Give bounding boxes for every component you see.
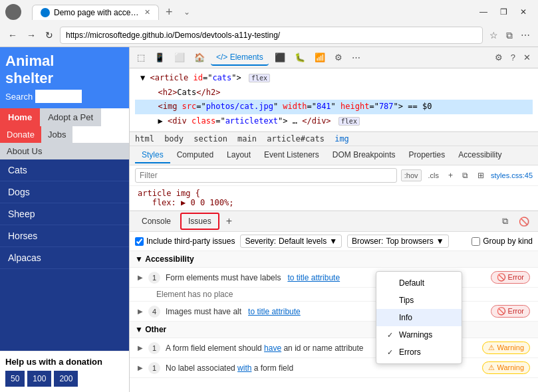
tab-elements[interactable]: </> Elements [211, 50, 269, 66]
check-tips [387, 296, 395, 304]
styles-tab-accessibility[interactable]: Accessibility [452, 147, 508, 163]
minimize-button[interactable]: — [474, 5, 493, 19]
nav-aboutus-button[interactable]: About Us [0, 143, 129, 159]
more-icon[interactable]: ⋯ [518, 29, 533, 42]
donate-amounts: 50 100 200 [5, 371, 124, 387]
collections-icon[interactable]: ⧉ [503, 29, 515, 43]
dropdown-item-warnings[interactable]: ✓ Warnings [376, 326, 462, 343]
star-icon[interactable]: ☆ [487, 29, 501, 42]
dropdown-label-default: Default [399, 278, 424, 288]
breadcrumb-article[interactable]: article#cats [267, 134, 325, 144]
forward-button[interactable]: → [24, 29, 39, 42]
close-button[interactable]: ✕ [514, 5, 533, 19]
tab-menu-icon[interactable]: ⌄ [180, 6, 194, 18]
more-tools-icon[interactable]: ⋯ [348, 51, 364, 64]
dom-line-2[interactable]: <h2>Cats</h2> [135, 86, 533, 100]
other-section-header[interactable]: ▼ Other [130, 322, 538, 338]
dom-line-3[interactable]: <img src="photos/cat.jpg" width="841" he… [135, 100, 533, 114]
clear-icon[interactable]: 🚫 [515, 215, 533, 228]
nav-donate-button[interactable]: Donate [0, 126, 41, 143]
dropdown-item-errors[interactable]: ✓ Errors [376, 343, 462, 361]
severity-dropdown[interactable]: Severity: Default levels ▼ [240, 235, 342, 248]
styles-tabs-bar: Styles Computed Layout Event Listeners D… [130, 146, 538, 165]
network-icon[interactable]: 📶 [311, 51, 329, 64]
animal-item-alpacas[interactable]: Alpacas [0, 247, 129, 269]
accessibility-section-header[interactable]: ▼ Accessibility [130, 251, 538, 268]
styles-tab-event-listeners[interactable]: Event Listeners [257, 147, 326, 163]
inspect-icon[interactable]: ⬚ [134, 51, 148, 64]
sources-icon[interactable]: 🐛 [291, 51, 309, 64]
issue-row-no-label[interactable]: ▶ 1 No label associated with a form fiel… [130, 358, 538, 378]
styles-tab-layout[interactable]: Layout [220, 147, 257, 163]
issue-row-images-alt[interactable]: ▶ 4 Images must have alt to title attrib… [130, 302, 538, 322]
settings-icon[interactable]: ⚙ [491, 51, 506, 64]
breadcrumb-html[interactable]: html [135, 134, 154, 144]
address-input[interactable] [60, 27, 483, 44]
refresh-button[interactable]: ↻ [43, 29, 56, 42]
animal-item-horses[interactable]: Horses [0, 225, 129, 247]
styles-tab-computed[interactable]: Computed [170, 147, 220, 163]
add-panel-button[interactable]: + [222, 215, 236, 227]
breadcrumb-body[interactable]: body [164, 134, 184, 144]
dropdown-item-default[interactable]: Default [376, 274, 462, 292]
hov-button[interactable]: :hov [401, 169, 422, 181]
avatar [5, 4, 21, 20]
dom-line-4[interactable]: ▶ <div class="articletext"> … </div> fle… [135, 114, 533, 129]
new-tab-button[interactable]: + [162, 4, 177, 21]
include-third-party-checkbox[interactable]: Include third-party issues [135, 237, 235, 246]
issue-count-1: 1 [148, 272, 160, 284]
home-icon[interactable]: 🏠 [191, 51, 208, 64]
breadcrumb-img[interactable]: img [335, 134, 349, 144]
styles-tab-properties[interactable]: Properties [402, 147, 452, 163]
nav-home-button[interactable]: Home [0, 108, 40, 126]
third-party-check[interactable] [135, 237, 144, 246]
active-tab[interactable]: Demo page with accessibility iss... ✕ [32, 5, 159, 20]
breadcrumb-section[interactable]: section [194, 134, 227, 144]
cls-button[interactable]: .cls [426, 170, 442, 181]
issue-row-form-elements[interactable]: ▶ 1 Form elements must have labels to ti… [130, 268, 538, 288]
styles-tab-dom-breakpoints[interactable]: DOM Breakpoints [326, 147, 402, 163]
donate-100-button[interactable]: 100 [27, 371, 51, 387]
dropdown-item-tips[interactable]: Tips [376, 292, 462, 309]
styles-link[interactable]: styles.css:45 [491, 171, 533, 179]
nav-adopt-button[interactable]: Adopt a Pet [40, 108, 101, 126]
donate-50-button[interactable]: 50 [5, 371, 25, 387]
help-icon[interactable]: ? [507, 51, 519, 64]
bottom-tab-console[interactable]: Console [135, 214, 178, 229]
dock-icon[interactable]: ⧉ [499, 215, 511, 228]
back-button[interactable]: ← [5, 29, 20, 42]
dom-line-1[interactable]: ▼ <article id="cats"> flex [135, 71, 533, 86]
site-title: Animal shelter [5, 52, 124, 87]
search-label: Search [5, 92, 33, 102]
console-panel-icon[interactable]: ⬛ [271, 51, 289, 64]
tab-close-icon[interactable]: ✕ [144, 8, 150, 17]
animal-item-sheep[interactable]: Sheep [0, 203, 129, 225]
search-input[interactable] [35, 90, 82, 103]
perf-icon[interactable]: ⚙ [331, 51, 346, 64]
elements-icon[interactable]: ⬜ [171, 51, 188, 64]
breadcrumb-main[interactable]: main [237, 134, 257, 144]
group-by-kind-label: Group by kind [483, 237, 533, 246]
filter-add-icon[interactable]: + [446, 169, 456, 181]
devtools-close-icon[interactable]: ✕ [520, 51, 534, 64]
group-by-kind-checkbox[interactable]: Group by kind [471, 237, 533, 246]
issue-row-form-field-id[interactable]: ▶ 1 A form field element should have an … [130, 338, 538, 358]
donate-200-button[interactable]: 200 [54, 371, 78, 387]
filter-copy-icon[interactable]: ⧉ [460, 169, 471, 181]
animal-item-cats[interactable]: Cats [0, 159, 129, 181]
maximize-button[interactable]: ❒ [494, 5, 513, 19]
website-panel: Animal shelter Search Home Adopt a Pet D… [0, 47, 130, 392]
filter-more-icon[interactable]: ⊞ [475, 169, 487, 181]
dropdown-item-info[interactable]: Info [376, 309, 462, 326]
site-nav: Home Adopt a Pet Donate Jobs About Us [0, 108, 129, 159]
filter-input[interactable] [135, 168, 397, 183]
devtools-right-icons: ⚙ ? ✕ [491, 51, 534, 64]
animal-item-dogs[interactable]: Dogs [0, 181, 129, 203]
browser-dropdown[interactable]: Browser: Top browsers ▼ [347, 235, 449, 248]
device-icon[interactable]: 📱 [151, 51, 168, 64]
browser-value: Top browsers [386, 237, 433, 246]
nav-jobs-button[interactable]: Jobs [41, 126, 72, 143]
bottom-tab-issues[interactable]: Issues [180, 213, 219, 230]
group-by-kind-check[interactable] [471, 237, 480, 246]
styles-tab-styles[interactable]: Styles [135, 147, 170, 163]
